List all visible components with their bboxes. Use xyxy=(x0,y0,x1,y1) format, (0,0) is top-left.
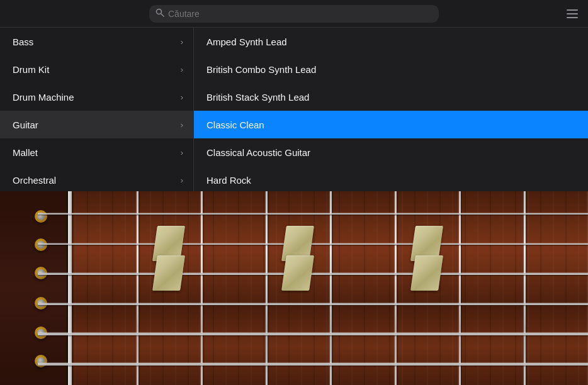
fret-marker xyxy=(410,255,443,291)
left-item-orchestral[interactable]: Orchestral › xyxy=(0,166,193,194)
right-item-classical-acoustic-guitar[interactable]: Classical Acoustic Guitar xyxy=(194,138,588,166)
chevron-right-icon: › xyxy=(181,176,183,185)
svg-point-0 xyxy=(157,9,162,14)
left-item-label-bass: Bass xyxy=(13,36,33,47)
right-item-british-stack-synth-lead[interactable]: British Stack Synth Lead xyxy=(194,83,588,111)
fret-line-3 xyxy=(266,191,268,385)
chevron-right-icon: › xyxy=(181,148,183,157)
string-3 xyxy=(38,273,588,275)
left-item-bass[interactable]: Bass › xyxy=(0,28,193,55)
search-input[interactable] xyxy=(168,9,433,19)
fret-line-5 xyxy=(395,191,397,385)
right-item-classic-clean[interactable]: Classic Clean xyxy=(194,111,588,138)
fret-line-4 xyxy=(330,191,332,385)
fret-line-2 xyxy=(201,191,203,385)
left-item-label-mallet: Mallet xyxy=(13,147,38,158)
chevron-right-icon: › xyxy=(181,120,183,130)
left-item-label-guitar: Guitar xyxy=(13,120,38,130)
right-item-british-combo-synth-lead[interactable]: British Combo Synth Lead xyxy=(194,55,588,83)
left-item-label-drum-kit: Drum Kit xyxy=(13,64,49,75)
string-2 xyxy=(38,243,588,245)
right-item-hard-rock[interactable]: Hard Rock xyxy=(194,166,588,194)
dropdown-area: Bass › Drum Kit › Drum Machine › Guitar … xyxy=(0,28,588,191)
left-panel: Bass › Drum Kit › Drum Machine › Guitar … xyxy=(0,28,194,191)
right-panel: Amped Synth LeadBritish Combo Synth Lead… xyxy=(194,28,588,191)
left-item-drum-machine[interactable]: Drum Machine › xyxy=(0,83,193,111)
left-item-drum-kit[interactable]: Drum Kit › xyxy=(0,55,193,83)
chevron-right-icon: › xyxy=(181,92,183,102)
search-bar xyxy=(0,0,588,28)
left-item-guitar[interactable]: Guitar › xyxy=(0,111,193,138)
right-item-amped-synth-lead[interactable]: Amped Synth Lead xyxy=(194,28,588,55)
fret-marker xyxy=(152,255,185,291)
left-item-label-drum-machine: Drum Machine xyxy=(13,92,74,103)
menu-icon[interactable] xyxy=(567,9,578,18)
tuning-peg-2 xyxy=(35,238,47,251)
chevron-right-icon: › xyxy=(181,37,183,47)
left-item-label-orchestral: Orchestral xyxy=(13,175,56,186)
chevron-right-icon: › xyxy=(181,65,183,74)
fret-marker xyxy=(281,255,314,291)
fret-line-7 xyxy=(524,191,526,385)
fretboard-area xyxy=(0,191,588,385)
headstock xyxy=(0,191,69,385)
string-4 xyxy=(38,303,588,305)
string-6 xyxy=(38,363,588,365)
search-input-wrapper[interactable] xyxy=(149,5,439,23)
guitar-nut xyxy=(68,191,72,385)
svg-line-1 xyxy=(161,14,164,16)
search-icon xyxy=(155,8,164,20)
fret-line-1 xyxy=(137,191,139,385)
left-item-mallet[interactable]: Mallet › xyxy=(0,138,193,166)
fret-line-6 xyxy=(459,191,461,385)
tuning-peg-6 xyxy=(35,355,47,367)
string-5 xyxy=(38,333,588,335)
string-1 xyxy=(38,213,588,215)
tuning-peg-1 xyxy=(35,210,47,223)
